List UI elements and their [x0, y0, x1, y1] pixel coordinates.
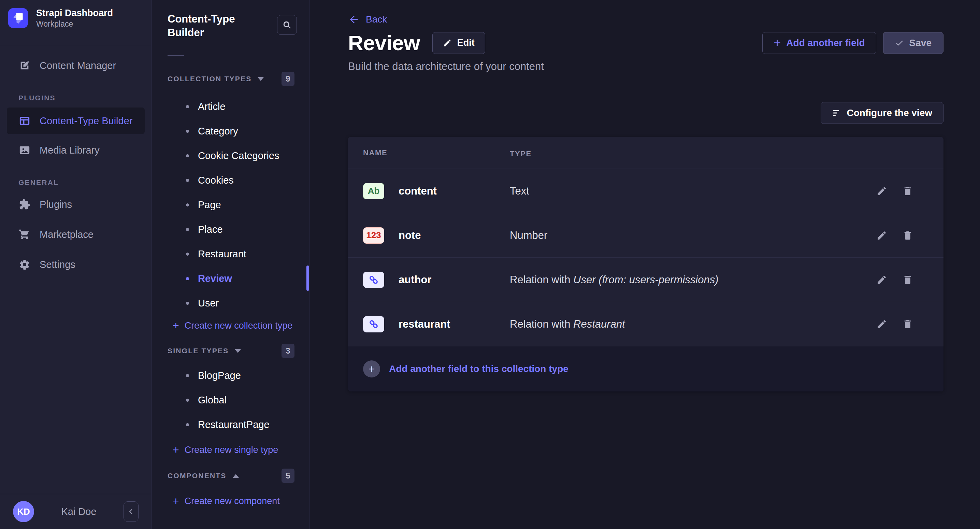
collection-type-article[interactable]: Article: [152, 94, 309, 119]
single-types-toggle[interactable]: SINGLE TYPES 3: [152, 339, 309, 363]
delete-field-button[interactable]: [902, 185, 914, 197]
column-header-type: TYPE: [510, 150, 531, 158]
edit-field-button[interactable]: [876, 318, 888, 330]
sidebar-item-plugins[interactable]: Plugins: [7, 192, 145, 217]
field-type: Text: [510, 185, 876, 197]
link-icon: [369, 319, 379, 329]
text-field-type-badge: Ab: [363, 183, 384, 199]
sidebar-item-marketplace[interactable]: Marketplace: [7, 222, 145, 247]
page-subtitle: Build the data architecture of your cont…: [348, 61, 943, 73]
main-content: Back Review Edit + Add another field Sav…: [310, 0, 980, 529]
filter-lines-icon: [832, 108, 842, 118]
strapi-app: Strapi Dashboard Workplace Content Manag…: [0, 0, 980, 529]
puzzle-icon: [18, 198, 31, 210]
collection-type-page[interactable]: Page: [152, 193, 309, 217]
plus-circle-icon: +: [363, 360, 380, 378]
components-label: COMPONENTS: [167, 472, 227, 480]
single-type-global[interactable]: Global: [152, 388, 309, 412]
table-row: restaurant Relation with Restaurant: [348, 302, 943, 346]
field-name: note: [399, 229, 421, 242]
collection-type-category[interactable]: Category: [152, 119, 309, 143]
collapse-sidebar-button[interactable]: [124, 501, 138, 522]
field-type: Number: [510, 229, 876, 242]
shopping-cart-icon: [18, 228, 31, 241]
sidebar-item-content-type-builder[interactable]: Content-Type Builder: [7, 107, 145, 134]
pencil-icon: [443, 38, 452, 48]
divider: [167, 55, 184, 56]
components-count: 5: [282, 468, 294, 483]
delete-field-button[interactable]: [902, 318, 914, 330]
components-toggle[interactable]: COMPONENTS 5: [152, 464, 309, 488]
delete-field-button[interactable]: [902, 229, 914, 242]
avatar: KD: [13, 501, 34, 522]
search-button[interactable]: [277, 15, 297, 35]
table-header: NAME TYPE: [348, 137, 943, 169]
collection-type-cookie-categories[interactable]: Cookie Categories: [152, 143, 309, 168]
sidebar-item-label: Content-Type Builder: [40, 115, 132, 127]
field-type: Relation with User (from: users-permissi…: [510, 274, 876, 286]
trash-icon: [902, 274, 913, 285]
back-link[interactable]: Back: [348, 14, 387, 25]
collection-type-review[interactable]: Review: [152, 266, 309, 291]
user-area: KD Kai Doe: [0, 494, 151, 529]
sidebar-item-label: Marketplace: [40, 229, 94, 240]
user-name: Kai Doe: [34, 506, 124, 518]
collection-types-list: Article Category Cookie Categories Cooki…: [152, 94, 309, 315]
sidebar-item-settings[interactable]: Settings: [7, 252, 145, 277]
plus-icon: +: [173, 496, 179, 507]
delete-field-button[interactable]: [902, 274, 914, 286]
relation-field-type-badge: [363, 316, 384, 332]
edit-button[interactable]: Edit: [432, 32, 485, 54]
column-header-name: NAME: [363, 148, 387, 157]
sidebar-item-media-library[interactable]: Media Library: [7, 138, 145, 162]
main-sidebar: Strapi Dashboard Workplace Content Manag…: [0, 0, 152, 529]
brand-text: Strapi Dashboard Workplace: [36, 8, 113, 29]
collection-type-cookies[interactable]: Cookies: [152, 168, 309, 193]
image-icon: [18, 144, 31, 156]
edit-field-button[interactable]: [876, 274, 888, 286]
gear-icon: [18, 258, 31, 271]
single-types-list: BlogPage Global RestaurantPage: [152, 363, 309, 437]
sidebar-item-label: Content Manager: [40, 60, 116, 71]
fields-table: NAME TYPE Ab content Text 123 note: [348, 137, 943, 392]
sidebar-nav: Content Manager PLUGINS Content-Type Bui…: [0, 46, 151, 277]
single-type-blogpage[interactable]: BlogPage: [152, 363, 309, 388]
feather-pen-icon: [18, 59, 31, 72]
sidebar-item-label: Plugins: [40, 199, 72, 210]
trash-icon: [902, 186, 913, 197]
edit-field-button[interactable]: [876, 185, 888, 197]
save-button[interactable]: Save: [883, 32, 943, 54]
collection-type-place[interactable]: Place: [152, 217, 309, 242]
subnav-title: Content-Type Builder: [167, 12, 270, 40]
page-title: Review: [348, 31, 420, 55]
add-another-field-button[interactable]: + Add another field: [762, 32, 876, 54]
chevron-left-icon: [127, 508, 135, 515]
plugins-section-label: PLUGINS: [7, 94, 145, 102]
relation-field-type-badge: [363, 272, 384, 288]
collection-type-user[interactable]: User: [152, 291, 309, 315]
active-item-indicator: [306, 266, 309, 291]
number-field-type-badge: 123: [363, 227, 384, 244]
table-row: author Relation with User (from: users-p…: [348, 258, 943, 302]
layout-icon: [18, 115, 31, 127]
configure-view-button[interactable]: Configure the view: [821, 102, 943, 124]
create-single-type-link[interactable]: + Create new single type: [152, 440, 309, 460]
single-type-restaurantpage[interactable]: RestaurantPage: [152, 412, 309, 437]
edit-field-button[interactable]: [876, 229, 888, 242]
app-title: Strapi Dashboard: [36, 8, 113, 18]
pencil-icon: [876, 186, 887, 197]
create-component-link[interactable]: + Create new component: [152, 491, 309, 511]
pencil-icon: [876, 230, 887, 241]
chevron-down-icon: [258, 77, 264, 81]
sidebar-item-content-manager[interactable]: Content Manager: [7, 54, 145, 78]
strapi-logo-icon: [8, 8, 28, 28]
plus-icon: +: [173, 320, 179, 331]
sidebar-item-label: Settings: [40, 259, 75, 270]
collection-type-restaurant[interactable]: Restaurant: [152, 242, 309, 266]
table-row: Ab content Text: [348, 169, 943, 213]
create-collection-type-link[interactable]: + Create new collection type: [152, 315, 309, 336]
link-icon: [369, 275, 379, 285]
collection-types-toggle[interactable]: COLLECTION TYPES 9: [152, 71, 309, 87]
field-name: content: [399, 185, 437, 197]
add-field-footer-button[interactable]: + Add another field to this collection t…: [348, 346, 943, 392]
